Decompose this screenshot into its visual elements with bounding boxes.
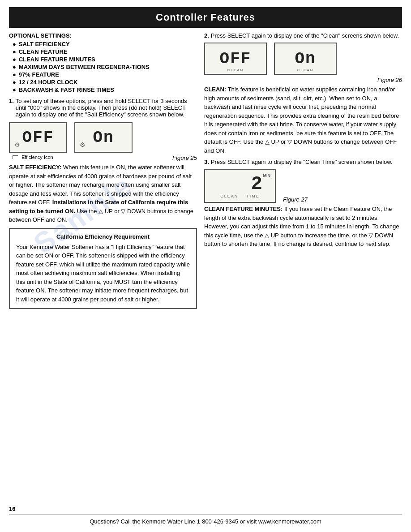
step-1: 1. To set any of these options, press an… <box>9 98 197 118</box>
fig26-label1: CLEAN <box>227 68 244 72</box>
page-title: Controller Features <box>9 7 402 28</box>
content-area: OPTIONAL SETTINGS: SALT EFFICIENCY CLEAN… <box>0 28 411 313</box>
step-3-num: 3. <box>204 159 209 165</box>
lcd-off-box: OFF ⚙ <box>9 122 67 153</box>
fig27-label1: CLEAN <box>220 194 238 198</box>
step-2: 2. Press SELECT again to display one of … <box>204 32 402 39</box>
figure-25-displays: OFF ⚙ On ⚙ <box>9 122 197 153</box>
bullet-clean-feature: CLEAN FEATURE <box>13 48 197 55</box>
step-2-num: 2. <box>204 32 209 39</box>
clean-heading: CLEAN: <box>204 86 226 93</box>
page-number: 16 <box>0 506 411 514</box>
fig27-label2: TIME <box>246 194 260 198</box>
california-text: Your Kenmore Water Softener has a "High … <box>16 243 190 304</box>
optional-settings-label: OPTIONAL SETTINGS: <box>9 32 197 39</box>
figure-27-label: Figure 27 <box>283 196 308 203</box>
figure-26-label: Figure 26 <box>377 77 402 83</box>
optional-settings-list: SALT EFFICIENCY CLEAN FEATURE CLEAN FEAT… <box>13 41 197 93</box>
fig27-min-label: MIN <box>263 173 271 178</box>
bullet-backwash: BACKWASH & FAST RINSE TIMES <box>13 86 197 93</box>
fig26-off-box: OFF CLEAN <box>204 43 267 75</box>
fig26-label2: CLEAN <box>297 68 314 72</box>
figure-25-label: Figure 25 <box>172 154 197 161</box>
efficiency-icon-label: Efficiency Icon <box>21 154 53 160</box>
step-1-num: 1. <box>9 98 14 118</box>
bullet-97-feature: 97% FEATURE <box>13 71 197 78</box>
efficiency-icon-2: ⚙ <box>80 141 86 148</box>
figure-26-displays: OFF CLEAN On CLEAN <box>204 43 402 75</box>
fig27-value: 2 <box>251 173 262 195</box>
step-3: 3. Press SELECT again to display the "Cl… <box>204 159 402 165</box>
clean-text: This feature is beneficial on water supp… <box>204 86 399 154</box>
efficiency-icon: ⚙ <box>14 141 20 148</box>
clean-description: CLEAN: This feature is beneficial on wat… <box>204 85 402 155</box>
figure-25-area: OFF ⚙ On ⚙ <box>9 122 197 161</box>
left-column: OPTIONAL SETTINGS: SALT EFFICIENCY CLEAN… <box>9 32 197 309</box>
bullet-max-days: MAXIMUM DAYS BETWEEN REGENERA-TIONS <box>13 64 197 70</box>
california-box: California Efficiency Requirement Your K… <box>9 228 197 309</box>
lcd-on-text: On <box>93 129 114 147</box>
page: Controller Features Samhle OPTIONAL SETT… <box>0 0 411 532</box>
footer-text: Questions? Call the Kenmore Water Line 1… <box>90 518 321 525</box>
salt-efficiency-heading: SALT EFFICIENCY: <box>9 164 61 171</box>
lcd-on-box: On ⚙ <box>74 122 133 153</box>
right-column: 2. Press SELECT again to display one of … <box>204 32 402 309</box>
step-1-text: To set any of these options, press and h… <box>16 98 197 118</box>
clean-feature-minutes-section: CLEAN FEATURE MINUTES: If you have set t… <box>204 205 402 249</box>
fig26-on-box: On CLEAN <box>274 43 337 75</box>
fig25-on-box: On ⚙ <box>74 122 133 153</box>
bullet-clean-feature-minutes: CLEAN FEATURE MINUTES <box>13 56 197 63</box>
step-3-text: Press SELECT again to display the "Clean… <box>211 159 393 165</box>
fig26-on-text: On <box>295 50 316 68</box>
lcd-off-text: OFF <box>22 129 54 147</box>
bullet-salt-efficiency: SALT EFFICIENCY <box>13 41 197 47</box>
fig25-off-box: OFF ⚙ <box>9 122 67 153</box>
salt-efficiency-section: SALT EFFICIENCY: When this feature is ON… <box>9 163 197 224</box>
step-2-text: Press SELECT again to display one of the… <box>211 32 399 39</box>
fig27-box: 2 MIN CLEAN TIME <box>204 169 276 203</box>
clean-feature-minutes-heading: CLEAN FEATURE MINUTES: <box>204 206 283 212</box>
footer: Questions? Call the Kenmore Water Line 1… <box>9 514 402 528</box>
figure-26-area: OFF CLEAN On CLEAN Figure 26 <box>204 43 402 83</box>
figure-27-area: 2 MIN CLEAN TIME Figure 27 <box>204 169 402 203</box>
bullet-12-24-clock: 12 / 24 HOUR CLOCK <box>13 79 197 86</box>
fig26-off-text: OFF <box>220 50 252 68</box>
california-title: California Efficiency Requirement <box>16 233 190 240</box>
